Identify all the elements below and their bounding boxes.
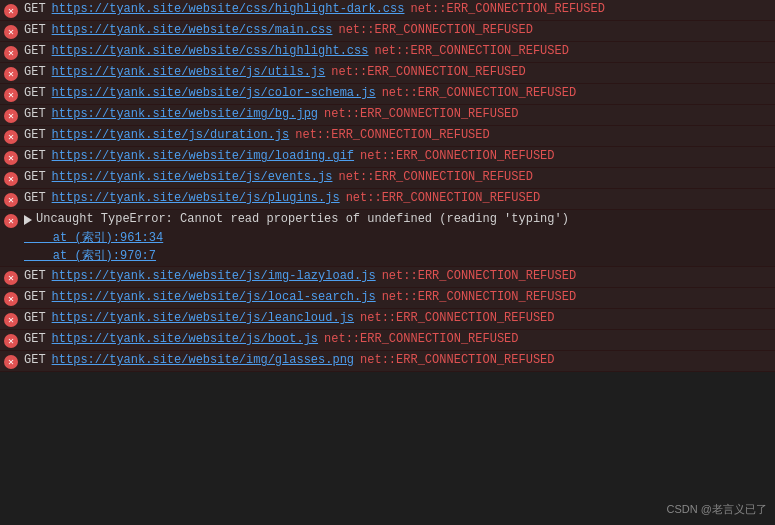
method-label: GET: [24, 332, 46, 346]
method-label: GET: [24, 23, 46, 37]
url-link[interactable]: https://tyank.site/website/js/plugins.js: [52, 191, 340, 205]
error-message: net::ERR_CONNECTION_REFUSED: [338, 23, 532, 37]
url-link[interactable]: https://tyank.site/website/js/local-sear…: [52, 290, 376, 304]
error-message: net::ERR_CONNECTION_REFUSED: [360, 353, 554, 367]
row-content: GET https://tyank.site/website/img/glass…: [24, 353, 771, 367]
row-content: GET https://tyank.site/website/js/img-la…: [24, 269, 771, 283]
error-message: net::ERR_CONNECTION_REFUSED: [331, 65, 525, 79]
console-row: ✕ GET https://tyank.site/website/css/mai…: [0, 21, 775, 42]
error-icon: ✕: [4, 193, 18, 207]
row-content: GET https://tyank.site/website/js/events…: [24, 170, 771, 184]
error-icon: ✕: [4, 25, 18, 39]
error-message: net::ERR_CONNECTION_REFUSED: [324, 107, 518, 121]
row-content: GET https://tyank.site/js/duration.js ne…: [24, 128, 771, 142]
console-row: ✕ GET https://tyank.site/js/duration.js …: [0, 126, 775, 147]
method-label: GET: [24, 311, 46, 325]
error-message: net::ERR_CONNECTION_REFUSED: [410, 2, 604, 16]
console-container: ✕ GET https://tyank.site/website/css/hig…: [0, 0, 775, 372]
error-icon: ✕: [4, 334, 18, 348]
error-icon: ✕: [4, 46, 18, 60]
method-label: GET: [24, 2, 46, 16]
url-link[interactable]: https://tyank.site/website/css/main.css: [52, 23, 333, 37]
row-content: GET https://tyank.site/website/js/utils.…: [24, 65, 771, 79]
error-icon: ✕: [4, 271, 18, 285]
error-icon: ✕: [4, 4, 18, 18]
method-label: GET: [24, 107, 46, 121]
error-message: net::ERR_CONNECTION_REFUSED: [382, 269, 576, 283]
error-icon: ✕: [4, 355, 18, 369]
method-label: GET: [24, 269, 46, 283]
triangle-icon: [24, 215, 32, 225]
stack-link[interactable]: at (索引):970:7: [24, 247, 163, 264]
url-link[interactable]: https://tyank.site/website/js/leancloud.…: [52, 311, 354, 325]
url-link[interactable]: https://tyank.site/website/css/highlight…: [52, 44, 369, 58]
error-icon: ✕: [4, 313, 18, 327]
error-icon: ✕: [4, 292, 18, 306]
method-label: GET: [24, 65, 46, 79]
row-content: GET https://tyank.site/website/js/leancl…: [24, 311, 771, 325]
url-link[interactable]: https://tyank.site/js/duration.js: [52, 128, 290, 142]
console-row: ✕ GET https://tyank.site/website/css/hig…: [0, 0, 775, 21]
row-content: GET https://tyank.site/website/img/loadi…: [24, 149, 771, 163]
uncaught-header: ✕ Uncaught TypeError: Cannot read proper…: [4, 212, 569, 228]
row-content: GET https://tyank.site/website/css/main.…: [24, 23, 771, 37]
error-icon: ✕: [4, 67, 18, 81]
console-row: ✕ Uncaught TypeError: Cannot read proper…: [0, 210, 775, 267]
error-message: net::ERR_CONNECTION_REFUSED: [346, 191, 540, 205]
error-message: net::ERR_CONNECTION_REFUSED: [295, 128, 489, 142]
method-label: GET: [24, 191, 46, 205]
console-row: ✕ GET https://tyank.site/website/js/loca…: [0, 288, 775, 309]
console-row: ✕ GET https://tyank.site/website/img/gla…: [0, 351, 775, 372]
error-message: net::ERR_CONNECTION_REFUSED: [382, 86, 576, 100]
error-message: net::ERR_CONNECTION_REFUSED: [360, 149, 554, 163]
console-row: ✕ GET https://tyank.site/website/img/bg.…: [0, 105, 775, 126]
row-content: GET https://tyank.site/website/css/highl…: [24, 2, 771, 16]
row-content: GET https://tyank.site/website/js/plugin…: [24, 191, 771, 205]
row-content: GET https://tyank.site/website/img/bg.jp…: [24, 107, 771, 121]
error-message: net::ERR_CONNECTION_REFUSED: [338, 170, 532, 184]
row-content: GET https://tyank.site/website/js/color-…: [24, 86, 771, 100]
uncaught-body: at (索引):961:34 at (索引):970:7: [4, 228, 163, 264]
url-link[interactable]: https://tyank.site/website/js/boot.js: [52, 332, 318, 346]
url-link[interactable]: https://tyank.site/website/css/highlight…: [52, 2, 405, 16]
url-link[interactable]: https://tyank.site/website/img/glasses.p…: [52, 353, 354, 367]
url-link[interactable]: https://tyank.site/website/js/img-lazylo…: [52, 269, 376, 283]
console-row: ✕ GET https://tyank.site/website/css/hig…: [0, 42, 775, 63]
method-label: GET: [24, 170, 46, 184]
console-row: ✕ GET https://tyank.site/website/js/colo…: [0, 84, 775, 105]
row-content: GET https://tyank.site/website/css/highl…: [24, 44, 771, 58]
method-label: GET: [24, 149, 46, 163]
method-label: GET: [24, 290, 46, 304]
watermark: CSDN @老言义已了: [667, 502, 767, 517]
error-message: net::ERR_CONNECTION_REFUSED: [382, 290, 576, 304]
error-icon: ✕: [4, 214, 18, 228]
url-link[interactable]: https://tyank.site/website/js/color-sche…: [52, 86, 376, 100]
method-label: GET: [24, 353, 46, 367]
error-icon: ✕: [4, 151, 18, 165]
method-label: GET: [24, 128, 46, 142]
console-row: ✕ GET https://tyank.site/website/js/boot…: [0, 330, 775, 351]
method-label: GET: [24, 44, 46, 58]
error-icon: ✕: [4, 88, 18, 102]
error-icon: ✕: [4, 172, 18, 186]
url-link[interactable]: https://tyank.site/website/js/utils.js: [52, 65, 326, 79]
error-icon: ✕: [4, 109, 18, 123]
uncaught-message: Uncaught TypeError: Cannot read properti…: [36, 212, 569, 226]
row-content: GET https://tyank.site/website/js/local-…: [24, 290, 771, 304]
url-link[interactable]: https://tyank.site/website/img/loading.g…: [52, 149, 354, 163]
url-link[interactable]: https://tyank.site/website/js/events.js: [52, 170, 333, 184]
error-message: net::ERR_CONNECTION_REFUSED: [324, 332, 518, 346]
console-row: ✕ GET https://tyank.site/website/img/loa…: [0, 147, 775, 168]
row-content: GET https://tyank.site/website/js/boot.j…: [24, 332, 771, 346]
method-label: GET: [24, 86, 46, 100]
error-message: net::ERR_CONNECTION_REFUSED: [360, 311, 554, 325]
console-row: ✕ GET https://tyank.site/website/js/img-…: [0, 267, 775, 288]
console-row: ✕ GET https://tyank.site/website/js/lean…: [0, 309, 775, 330]
error-icon: ✕: [4, 130, 18, 144]
stack-link[interactable]: at (索引):961:34: [24, 229, 163, 246]
error-message: net::ERR_CONNECTION_REFUSED: [374, 44, 568, 58]
console-row: ✕ GET https://tyank.site/website/js/plug…: [0, 189, 775, 210]
console-row: ✕ GET https://tyank.site/website/js/util…: [0, 63, 775, 84]
url-link[interactable]: https://tyank.site/website/img/bg.jpg: [52, 107, 318, 121]
console-row: ✕ GET https://tyank.site/website/js/even…: [0, 168, 775, 189]
